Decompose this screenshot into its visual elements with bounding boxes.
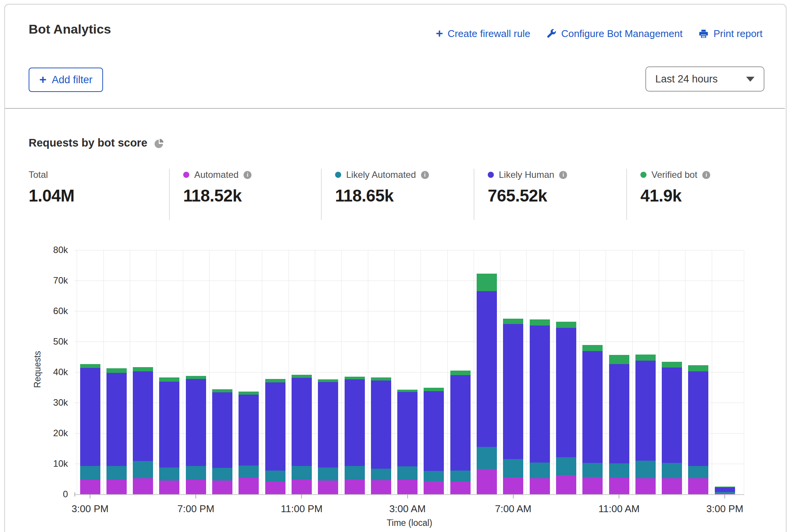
bar-segment[interactable] [159,480,179,494]
bar-segment[interactable] [80,368,100,466]
bar-segment[interactable] [424,391,444,471]
bar-segment[interactable] [477,274,497,291]
bar-segment[interactable] [450,375,471,471]
create-firewall-rule-link[interactable]: + Create firewall rule [436,27,530,40]
bar-segment[interactable] [530,478,550,494]
bar-segment[interactable] [688,466,708,478]
bar-segment[interactable] [635,361,656,461]
bar-segment[interactable] [186,376,206,379]
bar-segment[interactable] [80,480,100,494]
bar-segment[interactable] [133,478,153,494]
bar-segment[interactable] [503,319,523,324]
bar-segment[interactable] [318,480,338,494]
bar-segment[interactable] [688,365,708,371]
add-filter-button[interactable]: + Add filter [29,68,103,92]
bar-segment[interactable] [318,468,338,480]
bar-segment[interactable] [345,379,365,466]
bar-segment[interactable] [582,463,603,477]
info-icon[interactable]: i [559,171,567,179]
bar-segment[interactable] [345,377,365,379]
bar-segment[interactable] [503,324,523,459]
bar-segment[interactable] [530,463,550,478]
info-icon[interactable]: i [421,171,429,179]
bar-segment[interactable] [265,482,285,494]
bar-segment[interactable] [292,375,312,378]
bar-segment[interactable] [345,479,365,494]
bar-segment[interactable] [133,371,153,461]
bar-segment[interactable] [609,463,629,478]
bar-segment[interactable] [715,492,735,493]
bar-segment[interactable] [424,481,444,494]
info-icon[interactable]: i [243,171,252,179]
bar-segment[interactable] [424,388,444,392]
bar-segment[interactable] [450,482,471,494]
bar-segment[interactable] [397,466,418,479]
bar-segment[interactable] [688,371,708,466]
bar-segment[interactable] [371,380,391,469]
bar-segment[interactable] [477,291,497,447]
bar-segment[interactable] [556,322,576,328]
bar-segment[interactable] [397,480,418,494]
bar-segment[interactable] [582,351,603,463]
bar-segment[interactable] [609,364,629,463]
bar-segment[interactable] [662,478,682,494]
bar-segment[interactable] [397,392,418,466]
bar-segment[interactable] [239,392,259,395]
bar-segment[interactable] [106,373,127,466]
bar-segment[interactable] [133,461,153,479]
bar-segment[interactable] [292,479,312,494]
bar-segment[interactable] [635,478,656,494]
bar-segment[interactable] [662,368,682,463]
bar-segment[interactable] [556,328,576,457]
bar-segment[interactable] [212,389,232,392]
bar-segment[interactable] [212,392,232,468]
bar-segment[interactable] [424,471,444,481]
bar-segment[interactable] [662,362,682,368]
bar-segment[interactable] [371,480,391,494]
bar-segment[interactable] [159,468,179,480]
bar-segment[interactable] [212,468,232,480]
bar-segment[interactable] [239,466,259,478]
bar-segment[interactable] [582,345,603,351]
bar-segment[interactable] [345,466,365,479]
bar-segment[interactable] [662,463,682,478]
configure-bot-management-link[interactable]: Configure Bot Management [546,28,682,40]
bar-segment[interactable] [106,368,127,372]
bar-segment[interactable] [265,471,285,482]
bar-segment[interactable] [318,379,338,382]
bar-segment[interactable] [106,466,127,479]
bar-segment[interactable] [609,355,629,364]
bar-segment[interactable] [477,469,497,494]
bar-segment[interactable] [80,364,100,368]
bar-segment[interactable] [186,379,206,466]
bar-segment[interactable] [265,382,285,470]
info-icon[interactable]: i [702,171,710,179]
bar-segment[interactable] [477,447,497,469]
bar-segment[interactable] [688,478,708,494]
bar-segment[interactable] [133,367,153,371]
bar-segment[interactable] [292,466,312,479]
bar-segment[interactable] [159,377,179,381]
print-report-link[interactable]: Print report [698,28,763,40]
bar-segment[interactable] [609,478,629,494]
bar-segment[interactable] [186,466,206,479]
bar-segment[interactable] [530,326,550,463]
bar-segment[interactable] [715,487,735,487]
bar-segment[interactable] [556,457,576,475]
bar-segment[interactable] [450,471,471,482]
bar-segment[interactable] [635,355,656,360]
bar-segment[interactable] [80,466,100,479]
bar-segment[interactable] [450,371,471,375]
bar-segment[interactable] [371,469,391,480]
bar-segment[interactable] [503,459,523,477]
bar-segment[interactable] [371,377,391,380]
bar-segment[interactable] [715,487,735,492]
bar-segment[interactable] [318,382,338,468]
bar-segment[interactable] [239,395,259,466]
bar-segment[interactable] [239,478,259,494]
time-range-select[interactable]: Last 24 hours [645,66,764,92]
bar-segment[interactable] [635,461,656,478]
bar-segment[interactable] [397,390,418,392]
bar-segment[interactable] [159,382,179,468]
bar-segment[interactable] [556,475,576,494]
